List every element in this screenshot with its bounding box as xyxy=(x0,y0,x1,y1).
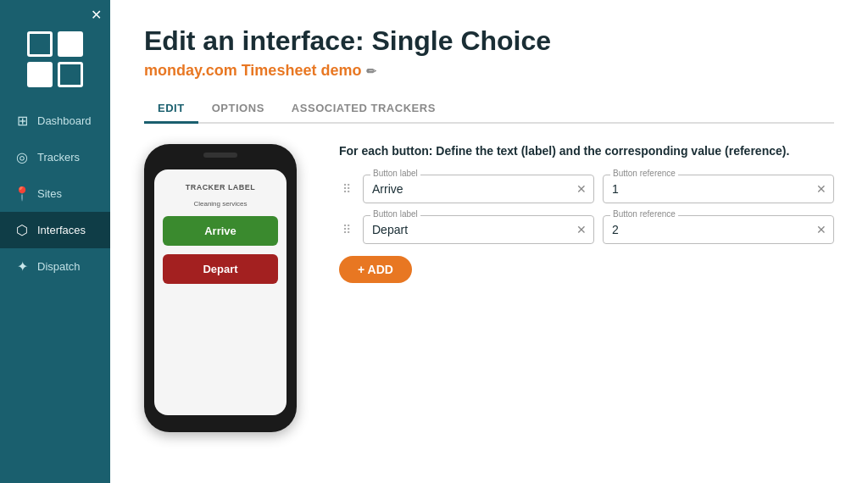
field-group-2: Button label ✕ Button reference ✕ xyxy=(363,215,834,244)
subtitle-text: monday.com Timesheet demo xyxy=(144,62,361,80)
edit-icon[interactable]: ✏ xyxy=(366,64,376,78)
button-ref-placeholder-2: Button reference xyxy=(610,209,678,219)
drag-handle-2[interactable]: ⠿ xyxy=(339,219,354,240)
sidebar-item-dispatch-label: Dispatch xyxy=(37,260,81,273)
button-label-input-1[interactable] xyxy=(372,179,566,199)
field-row-2: ⠿ Button label ✕ Button reference ✕ xyxy=(339,215,834,244)
trackers-icon: ◎ xyxy=(14,149,31,165)
button-ref-input-2[interactable] xyxy=(612,219,806,240)
sidebar-item-sites-label: Sites xyxy=(37,187,62,200)
tracker-label: TRACKER LABEL xyxy=(186,183,255,192)
button-label-field-1: Button label ✕ xyxy=(363,175,594,203)
logo-cell-1 xyxy=(27,31,53,57)
phone-mockup: TRACKER LABEL Cleaning services Arrive D… xyxy=(144,144,297,432)
dashboard-icon: ⊞ xyxy=(14,113,31,129)
sidebar-item-interfaces[interactable]: ⬡ Interfaces xyxy=(0,212,110,248)
instruction-text: For each button: Define the text (label)… xyxy=(339,144,834,158)
right-panel: For each button: Define the text (label)… xyxy=(339,144,834,283)
button-ref-field-2: Button reference ✕ xyxy=(603,215,834,244)
sidebar-item-dashboard[interactable]: ⊞ Dashboard xyxy=(0,103,110,139)
button-ref-input-1[interactable] xyxy=(612,179,806,199)
button-label-placeholder-1: Button label xyxy=(370,169,420,178)
button-ref-placeholder-1: Button reference xyxy=(610,169,678,178)
drag-handle-1[interactable]: ⠿ xyxy=(339,179,354,199)
subtitle-area: monday.com Timesheet demo ✏ xyxy=(144,62,834,80)
main-content: Edit an interface: Single Choice monday.… xyxy=(110,0,868,483)
logo xyxy=(27,23,83,103)
phone-button-depart[interactable]: Depart xyxy=(163,254,278,284)
button-label-placeholder-2: Button label xyxy=(370,209,420,219)
logo-cell-2 xyxy=(58,31,83,57)
interfaces-icon: ⬡ xyxy=(14,222,31,238)
add-button[interactable]: + ADD xyxy=(339,256,412,283)
tabs-bar: EDIT OPTIONS ASSOCIATED TRACKERS xyxy=(144,95,834,124)
button-ref-field-1: Button reference ✕ xyxy=(603,175,834,203)
sidebar-item-trackers[interactable]: ◎ Trackers xyxy=(0,139,110,175)
edit-content: TRACKER LABEL Cleaning services Arrive D… xyxy=(144,144,834,432)
logo-cell-3 xyxy=(27,62,53,87)
field-group-1: Button label ✕ Button reference ✕ xyxy=(363,175,834,203)
dispatch-icon: ✦ xyxy=(14,258,31,275)
sidebar: ✕ ⊞ Dashboard ◎ Trackers 📍 Sites ⬡ Inter… xyxy=(0,0,110,483)
phone-button-arrive[interactable]: Arrive xyxy=(163,216,278,246)
button-label-input-2[interactable] xyxy=(372,219,566,240)
tracker-sub: Cleaning services xyxy=(193,200,247,208)
sidebar-item-dashboard-label: Dashboard xyxy=(37,114,92,127)
close-icon[interactable]: ✕ xyxy=(91,7,102,23)
sidebar-close: ✕ xyxy=(0,0,110,23)
tab-associated-trackers[interactable]: ASSOCIATED TRACKERS xyxy=(278,95,449,124)
button-label-field-2: Button label ✕ xyxy=(363,215,594,244)
logo-cell-4 xyxy=(58,62,83,87)
field-row-1: ⠿ Button label ✕ Button reference ✕ xyxy=(339,175,834,203)
clear-label-1[interactable]: ✕ xyxy=(576,182,587,196)
clear-label-2[interactable]: ✕ xyxy=(576,223,587,236)
sidebar-item-interfaces-label: Interfaces xyxy=(37,224,86,236)
sidebar-item-trackers-label: Trackers xyxy=(37,151,80,164)
phone-screen: TRACKER LABEL Cleaning services Arrive D… xyxy=(154,169,287,415)
sidebar-item-sites[interactable]: 📍 Sites xyxy=(0,175,110,212)
tab-edit[interactable]: EDIT xyxy=(144,95,198,124)
page-title: Edit an interface: Single Choice xyxy=(144,25,834,57)
phone-notch xyxy=(203,153,237,158)
sidebar-item-dispatch[interactable]: ✦ Dispatch xyxy=(0,248,110,285)
clear-ref-2[interactable]: ✕ xyxy=(816,223,826,236)
tab-options[interactable]: OPTIONS xyxy=(198,95,278,124)
clear-ref-1[interactable]: ✕ xyxy=(816,182,826,196)
sidebar-nav: ⊞ Dashboard ◎ Trackers 📍 Sites ⬡ Interfa… xyxy=(0,103,110,285)
sites-icon: 📍 xyxy=(14,186,31,202)
